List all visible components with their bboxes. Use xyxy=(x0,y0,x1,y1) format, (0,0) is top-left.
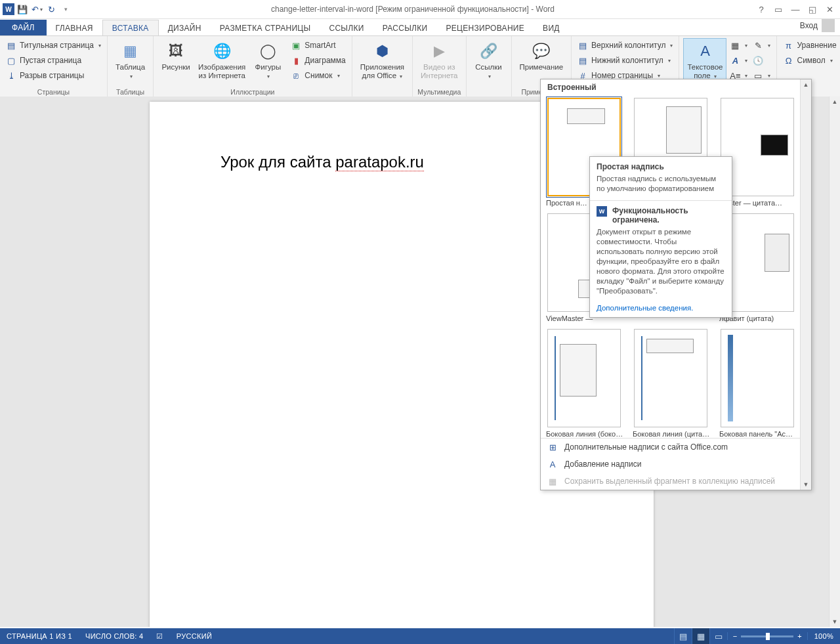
vertical-scrollbar[interactable]: ▲ ▼ xyxy=(829,97,840,627)
online-video-button: ▶Видео из Интернета xyxy=(417,38,461,80)
tooltip: Простая надпись Простая надпись с исполь… xyxy=(589,156,732,318)
gallery-item-7[interactable]: Боковая линия (боко… xyxy=(545,329,623,438)
smartart-button[interactable]: ▣SmartArt xyxy=(289,38,347,53)
gallery-draw-textbox[interactable]: AДобавление надписи xyxy=(541,456,811,473)
table-button[interactable]: ▦Таблица▾ xyxy=(112,38,149,81)
symbol-button[interactable]: ΩСимвол▾ xyxy=(781,53,840,68)
header-icon: ▤ xyxy=(578,40,588,51)
apps-icon: ⬢ xyxy=(371,41,392,62)
comment-icon: 💬 xyxy=(531,41,552,62)
scroll-down-icon[interactable]: ▼ xyxy=(830,616,840,627)
tooltip-warn-title: Функциональность ограничена. xyxy=(612,206,725,225)
tab-references[interactable]: ССЫЛКИ xyxy=(320,20,373,35)
window-title: change-letter-interval-in-word [Режим ог… xyxy=(72,5,753,14)
save-icon[interactable]: 💾 xyxy=(16,3,29,16)
tooltip-warn-body: Документ открыт в режиме совместимости. … xyxy=(590,226,732,301)
ribbon-options-icon[interactable]: ▭ xyxy=(770,3,786,16)
gallery-save-selection: ▦Сохранить выделенный фрагмент в коллекц… xyxy=(541,473,811,490)
header-button[interactable]: ▤Верхний колонтитул▾ xyxy=(576,38,675,53)
online-pictures-button[interactable]: 🌐Изображения из Интернета xyxy=(194,38,249,80)
wordart-icon: A xyxy=(730,55,740,66)
restore-icon[interactable]: ◱ xyxy=(805,3,820,16)
tab-layout[interactable]: РАЗМЕТКА СТРАНИЦЫ xyxy=(211,20,320,35)
wordart-button[interactable]: A▾ xyxy=(728,53,749,68)
video-icon: ▶ xyxy=(429,41,450,62)
help-icon[interactable]: ? xyxy=(753,3,769,16)
blank-page-button[interactable]: ▢Пустая страница xyxy=(4,53,103,68)
print-layout-icon[interactable]: ▦ xyxy=(692,628,709,644)
minimize-icon[interactable]: — xyxy=(788,3,803,16)
blank-page-icon: ▢ xyxy=(6,55,16,66)
tab-insert[interactable]: ВСТАВКА xyxy=(102,20,159,35)
datetime-icon: 🕓 xyxy=(753,55,763,66)
save-selection-icon: ▦ xyxy=(547,476,558,486)
comment-button[interactable]: 💬Примечание xyxy=(516,38,568,72)
footer-button[interactable]: ▤Нижний колонтитул▾ xyxy=(576,53,675,68)
status-page[interactable]: СТРАНИЦА 1 ИЗ 1 xyxy=(0,632,79,640)
sign-in[interactable]: Вход xyxy=(795,16,840,35)
pictures-icon: 🖼 xyxy=(165,41,186,62)
pictures-button[interactable]: 🖼Рисунки xyxy=(158,38,194,72)
sigline-icon: ✎ xyxy=(753,40,763,51)
zoom-slider[interactable] xyxy=(741,635,793,637)
tab-design[interactable]: ДИЗАЙН xyxy=(159,20,211,35)
web-layout-icon[interactable]: ▭ xyxy=(709,628,727,644)
status-language[interactable]: РУССКИЙ xyxy=(170,632,219,640)
zoom-level[interactable]: 100% xyxy=(807,632,840,640)
status-words[interactable]: ЧИСЛО СЛОВ: 4 xyxy=(79,632,150,640)
online-pictures-icon: 🌐 xyxy=(211,41,232,62)
table-icon: ▦ xyxy=(120,41,141,62)
gallery-scroll-down-icon[interactable]: ▼ xyxy=(801,479,811,490)
draw-textbox-icon: A xyxy=(547,459,558,469)
scroll-up-icon[interactable]: ▲ xyxy=(830,97,840,107)
links-button[interactable]: 🔗Ссылки▾ xyxy=(471,38,507,81)
footer-icon: ▤ xyxy=(578,55,588,66)
chart-icon: ▮ xyxy=(291,55,301,66)
chart-button[interactable]: ▮Диаграмма xyxy=(289,53,347,68)
gallery-scroll-up-icon[interactable]: ▲ xyxy=(801,79,811,90)
quickparts-icon: ▦ xyxy=(730,40,740,51)
gallery-more-online[interactable]: ⊞Дополнительные надписи с сайта Office.c… xyxy=(541,439,811,456)
equation-icon: π xyxy=(783,40,793,51)
tab-review[interactable]: РЕЦЕНЗИРОВАНИЕ xyxy=(436,20,534,35)
cover-page-button[interactable]: ▤Титульная страница▾ xyxy=(4,38,103,53)
undo-icon[interactable]: ↶▾ xyxy=(30,3,43,16)
page-break-button[interactable]: ⤓Разрыв страницы xyxy=(4,68,103,83)
sigline-button[interactable]: ✎▾ xyxy=(751,38,772,53)
gallery-item-9[interactable]: Боковая панель "Асп… xyxy=(718,329,797,438)
shapes-button[interactable]: ◯Фигуры▾ xyxy=(249,38,286,81)
tab-mailings[interactable]: РАССЫЛКИ xyxy=(373,20,437,35)
gallery-header: Встроенный xyxy=(541,79,811,95)
office-icon: ⊞ xyxy=(547,442,558,452)
tab-home[interactable]: ГЛАВНАЯ xyxy=(47,20,102,35)
symbol-icon: Ω xyxy=(783,55,793,66)
textbox-button[interactable]: AТекстовое поле ▾ xyxy=(683,38,726,81)
tab-file[interactable]: ФАЙЛ xyxy=(0,20,47,35)
word-app-icon: W xyxy=(3,3,14,15)
cover-page-icon: ▤ xyxy=(6,40,16,51)
word-small-icon: W xyxy=(597,206,607,217)
page-break-icon: ⤓ xyxy=(6,70,16,81)
links-icon: 🔗 xyxy=(478,41,499,62)
read-mode-icon[interactable]: ▤ xyxy=(674,628,692,644)
textbox-icon: A xyxy=(694,41,715,62)
equation-button[interactable]: πУравнение▾ xyxy=(781,38,840,53)
shapes-icon: ◯ xyxy=(257,41,278,62)
screenshot-button[interactable]: ⎚Снимок▾ xyxy=(289,68,347,83)
gallery-item-8[interactable]: Боковая линия (цита… xyxy=(631,329,710,438)
zoom-out-icon[interactable]: − xyxy=(733,632,737,640)
tab-view[interactable]: ВИД xyxy=(534,20,569,35)
redo-icon[interactable]: ↻ xyxy=(45,3,58,16)
close-icon[interactable]: ✕ xyxy=(822,3,837,16)
screenshot-icon: ⎚ xyxy=(291,70,301,81)
document-text[interactable]: Урок для сайта paratapok.ru xyxy=(220,153,424,171)
tooltip-more-link[interactable]: Дополнительные сведения. xyxy=(590,301,732,317)
datetime-button[interactable]: 🕓 xyxy=(751,53,772,68)
zoom-in-icon[interactable]: + xyxy=(797,632,801,640)
quickparts-button[interactable]: ▦▾ xyxy=(728,38,749,53)
qat-customize-icon[interactable]: ▾ xyxy=(59,3,72,16)
tooltip-body: Простая надпись с используемым по умолча… xyxy=(590,174,732,199)
avatar-icon xyxy=(822,19,835,32)
apps-button[interactable]: ⬢Приложения для Office ▾ xyxy=(356,38,408,81)
status-proof-icon[interactable]: ☑ xyxy=(150,632,169,641)
